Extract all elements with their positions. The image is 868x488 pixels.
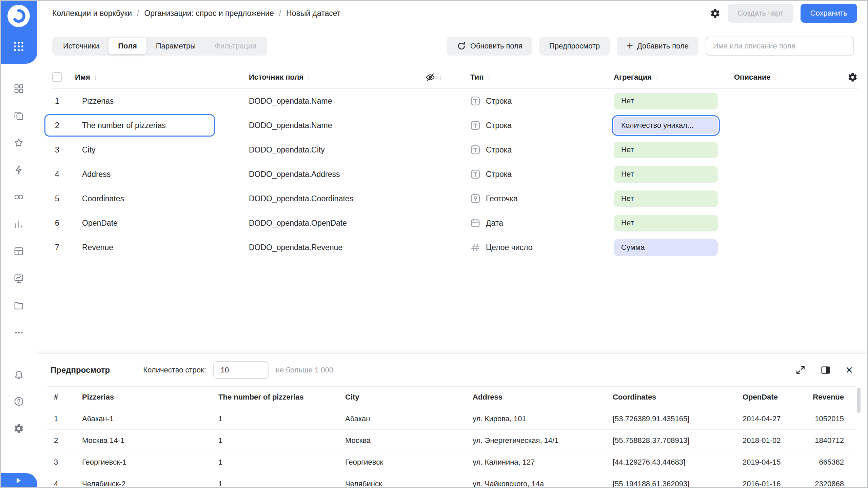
field-name-cell[interactable]: City bbox=[75, 145, 249, 155]
split-view-icon[interactable] bbox=[821, 365, 831, 375]
field-name-cell[interactable]: OpenDate bbox=[75, 219, 249, 228]
datalens-logo[interactable] bbox=[7, 5, 30, 27]
row-index: 3 bbox=[52, 145, 75, 155]
cell-address: ул. Энергетическая, 14/1 bbox=[473, 436, 613, 445]
field-type-cell[interactable]: Целое число bbox=[468, 242, 613, 252]
storage-icon[interactable] bbox=[0, 292, 37, 319]
field-type-label: Дата bbox=[486, 219, 503, 228]
sidebar-blue-header bbox=[0, 0, 37, 64]
dashboards-icon[interactable] bbox=[0, 238, 37, 265]
sort-desc-icon[interactable]: ↓ bbox=[439, 73, 442, 81]
field-row[interactable]: 1 Pizzerias DODO_opendata.Name Строка Не… bbox=[52, 89, 858, 113]
field-aggregation-cell: Сумма bbox=[613, 239, 732, 256]
field-type-cell[interactable]: Строка bbox=[468, 120, 613, 130]
field-name-cell[interactable]: Pizzerias bbox=[75, 97, 249, 106]
column-source-label: Источник поля bbox=[249, 73, 303, 82]
field-type-cell[interactable]: Геоточка bbox=[468, 194, 613, 204]
workbooks-icon[interactable] bbox=[0, 102, 37, 129]
preview-toggle-button[interactable]: Предпросмотр bbox=[539, 37, 610, 56]
field-type-cell[interactable]: Дата bbox=[468, 218, 613, 228]
aggregation-pill[interactable]: Нет bbox=[614, 166, 718, 183]
sort-desc-icon[interactable]: ↓ bbox=[655, 73, 659, 81]
preview-row: 4 Челябинск-2 1 Челябинск ул. Чайковског… bbox=[47, 473, 856, 488]
field-row[interactable]: 5 Coordinates DODO_opendata.Coordinates … bbox=[52, 186, 858, 211]
field-row[interactable]: 7 Revenue DODO_opendata.Revenue Целое чи… bbox=[52, 235, 858, 260]
monitoring-icon[interactable] bbox=[0, 265, 37, 292]
close-preview-icon[interactable]: × bbox=[846, 365, 853, 375]
dataset-settings-gear-icon[interactable] bbox=[710, 8, 721, 19]
aggregation-pill[interactable]: Сумма bbox=[614, 239, 718, 256]
field-name-cell[interactable]: Address bbox=[75, 170, 249, 179]
sort-desc-icon[interactable]: ↓ bbox=[487, 73, 491, 81]
field-name-cell[interactable]: Coordinates bbox=[75, 194, 249, 203]
sort-desc-icon[interactable]: ↓ bbox=[307, 73, 311, 81]
cell-index: 3 bbox=[47, 458, 82, 467]
field-source-cell[interactable]: DODO_opendata.Name bbox=[249, 97, 420, 106]
row-index: 2 bbox=[52, 121, 75, 130]
aggregation-pill[interactable]: Нет bbox=[614, 93, 718, 109]
aggregation-pill[interactable]: Нет bbox=[614, 142, 718, 158]
add-field-button[interactable]: + Добавить поле bbox=[617, 37, 698, 56]
field-row[interactable]: 6 OpenDate DODO_opendata.OpenDate Дата Н… bbox=[52, 211, 858, 235]
column-type-label: Тип bbox=[470, 73, 484, 82]
dataset-tabs: Источники Поля Параметры Фильтрация bbox=[52, 37, 267, 56]
field-name-cell[interactable]: Revenue bbox=[75, 243, 249, 252]
field-source-cell[interactable]: DODO_opendata.Revenue bbox=[249, 243, 420, 252]
breadcrumb-workbook[interactable]: Организации: спрос и предложение bbox=[144, 9, 274, 18]
favorites-icon[interactable] bbox=[0, 129, 37, 156]
table-settings-gear-icon[interactable] bbox=[848, 72, 858, 82]
settings-icon[interactable] bbox=[0, 415, 37, 442]
sidebar-expand-strip[interactable] bbox=[0, 473, 37, 488]
row-index: 5 bbox=[52, 194, 75, 203]
preview-col-index: # bbox=[47, 393, 82, 402]
collections-icon[interactable] bbox=[0, 75, 37, 102]
field-source-cell[interactable]: DODO_opendata.City bbox=[249, 145, 420, 155]
cell-index: 1 bbox=[47, 414, 82, 423]
fields-table: Имя ↓ Источник поля ↓ ↓ Тип ↓ Агрегац bbox=[52, 66, 858, 260]
field-source-cell[interactable]: DODO_opendata.Address bbox=[249, 170, 420, 179]
create-chart-button[interactable]: Создать чарт bbox=[728, 4, 793, 23]
field-source-cell[interactable]: DODO_opendata.OpenDate bbox=[249, 219, 420, 228]
tab-sources[interactable]: Источники bbox=[54, 38, 108, 54]
field-type-cell[interactable]: Строка bbox=[468, 145, 613, 155]
tab-parameters[interactable]: Параметры bbox=[146, 38, 205, 54]
column-header-type[interactable]: Тип ↓ bbox=[468, 73, 613, 82]
apps-grid-icon[interactable] bbox=[0, 42, 37, 51]
column-header-description[interactable]: Описание ↓ bbox=[732, 73, 841, 82]
connections-icon[interactable] bbox=[0, 156, 37, 183]
breadcrumb-collections[interactable]: Коллекции и воркбуки bbox=[52, 9, 132, 18]
field-type-cell[interactable]: Строка bbox=[468, 169, 613, 179]
save-button[interactable]: Сохранить bbox=[801, 4, 857, 23]
expand-preview-icon[interactable] bbox=[795, 365, 806, 375]
field-name-cell[interactable]: The number of pizzerias bbox=[75, 121, 249, 130]
column-header-source[interactable]: Источник поля ↓ bbox=[249, 73, 420, 82]
column-header-name[interactable]: Имя ↓ bbox=[75, 73, 249, 82]
sort-desc-icon[interactable]: ↓ bbox=[774, 73, 778, 81]
field-source-cell[interactable]: DODO_opendata.Name bbox=[249, 121, 420, 130]
select-all-checkbox[interactable] bbox=[52, 72, 62, 82]
charts-icon[interactable] bbox=[0, 210, 37, 238]
row-count-input[interactable] bbox=[213, 361, 269, 379]
aggregation-pill[interactable]: Нет bbox=[614, 215, 718, 231]
field-row-selected[interactable]: 2 The number of pizzerias DODO_opendata.… bbox=[52, 113, 858, 138]
refresh-fields-button[interactable]: Обновить поля bbox=[447, 37, 532, 56]
help-icon[interactable] bbox=[0, 388, 37, 415]
field-source-cell[interactable]: DODO_opendata.Coordinates bbox=[249, 194, 420, 203]
links-icon[interactable] bbox=[0, 183, 37, 210]
field-row[interactable]: 3 City DODO_opendata.City Строка Нет bbox=[52, 138, 858, 162]
field-search-input[interactable] bbox=[706, 37, 854, 56]
sort-desc-icon[interactable]: ↓ bbox=[94, 73, 97, 81]
column-header-visibility[interactable]: ↓ bbox=[420, 72, 468, 82]
field-row[interactable]: 4 Address DODO_opendata.Address Строка Н… bbox=[52, 162, 858, 186]
aggregation-pill[interactable]: Нет bbox=[614, 190, 718, 207]
cell-opendate: 2019-04-15 bbox=[743, 458, 807, 467]
preview-scrollbar-thumb[interactable] bbox=[857, 388, 861, 413]
field-type-cell[interactable]: Строка bbox=[468, 96, 613, 106]
tab-fields[interactable]: Поля bbox=[108, 38, 146, 54]
field-type-label: Строка bbox=[486, 170, 512, 179]
column-header-aggregation[interactable]: Агрегация ↓ bbox=[613, 73, 732, 82]
notifications-icon[interactable] bbox=[0, 361, 37, 388]
string-type-icon bbox=[470, 96, 480, 106]
more-icon[interactable] bbox=[0, 319, 37, 346]
aggregation-pill-selected[interactable]: Количество уникал... bbox=[614, 117, 718, 134]
